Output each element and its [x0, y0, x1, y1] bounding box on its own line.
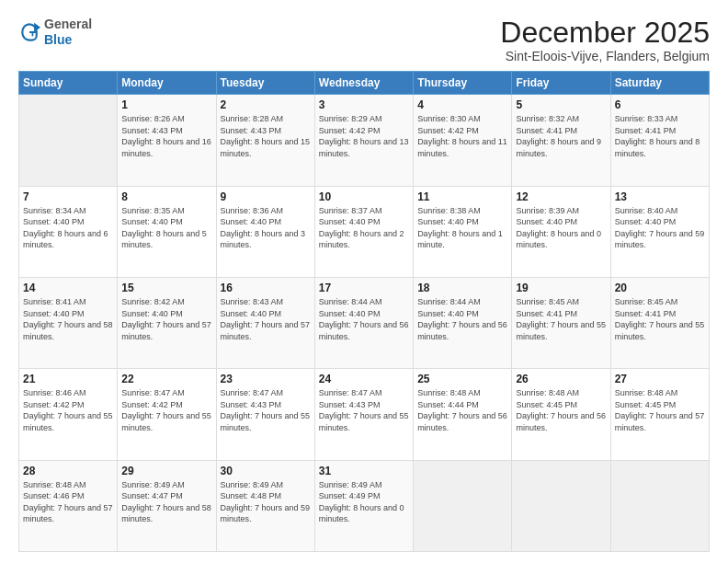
calendar-cell: 14Sunrise: 8:41 AMSunset: 4:40 PMDayligh… [19, 277, 118, 368]
day-number: 12 [516, 190, 606, 203]
day-number: 20 [615, 282, 705, 294]
day-number: 28 [23, 465, 113, 477]
day-number: 10 [319, 190, 409, 203]
day-number: 23 [221, 373, 311, 385]
calendar-cell: 15Sunrise: 8:42 AMSunset: 4:40 PMDayligh… [118, 277, 216, 368]
cell-info: Sunrise: 8:35 AMSunset: 4:40 PMDaylight:… [121, 205, 211, 251]
calendar-cell: 1Sunrise: 8:26 AMSunset: 4:43 PMDaylight… [118, 95, 216, 186]
day-number: 29 [121, 465, 211, 477]
cell-info: Sunrise: 8:41 AMSunset: 4:40 PMDaylight:… [23, 296, 113, 342]
cell-info: Sunrise: 8:33 AMSunset: 4:41 PMDaylight:… [615, 113, 705, 159]
cell-info: Sunrise: 8:36 AMSunset: 4:40 PMDaylight:… [221, 205, 311, 251]
calendar-cell: 2Sunrise: 8:28 AMSunset: 4:43 PMDaylight… [216, 95, 314, 186]
cell-info: Sunrise: 8:28 AMSunset: 4:43 PMDaylight:… [221, 113, 311, 159]
calendar-cell: 26Sunrise: 8:48 AMSunset: 4:45 PMDayligh… [512, 369, 610, 460]
calendar-cell [19, 95, 118, 186]
calendar-cell: 9Sunrise: 8:36 AMSunset: 4:40 PMDaylight… [216, 186, 314, 277]
calendar-cell [610, 460, 709, 551]
calendar-cell: 31Sunrise: 8:49 AMSunset: 4:49 PMDayligh… [314, 460, 413, 551]
cell-info: Sunrise: 8:45 AMSunset: 4:41 PMDaylight:… [615, 296, 705, 342]
calendar-cell: 24Sunrise: 8:47 AMSunset: 4:43 PMDayligh… [314, 369, 413, 460]
day-number: 1 [121, 98, 211, 111]
cell-info: Sunrise: 8:30 AMSunset: 4:42 PMDaylight:… [417, 113, 507, 159]
header: General Blue December 2025 Sint-Eloois-V… [18, 17, 710, 63]
cell-info: Sunrise: 8:38 AMSunset: 4:40 PMDaylight:… [417, 205, 507, 251]
cell-info: Sunrise: 8:49 AMSunset: 4:47 PMDaylight:… [121, 479, 211, 525]
cell-info: Sunrise: 8:49 AMSunset: 4:48 PMDaylight:… [221, 479, 311, 525]
title-block: December 2025 Sint-Eloois-Vijve, Flander… [500, 17, 710, 63]
calendar-weekday-saturday: Saturday [610, 72, 709, 95]
calendar-weekday-thursday: Thursday [414, 72, 512, 95]
calendar-weekday-sunday: Sunday [19, 72, 118, 95]
day-number: 11 [417, 190, 507, 203]
calendar-cell: 3Sunrise: 8:29 AMSunset: 4:42 PMDaylight… [314, 95, 413, 186]
day-number: 2 [221, 98, 311, 111]
calendar-cell: 7Sunrise: 8:34 AMSunset: 4:40 PMDaylight… [19, 186, 118, 277]
cell-info: Sunrise: 8:49 AMSunset: 4:49 PMDaylight:… [319, 479, 409, 525]
calendar-weekday-friday: Friday [512, 72, 610, 95]
calendar-weekday-tuesday: Tuesday [216, 72, 314, 95]
day-number: 24 [319, 373, 409, 385]
calendar-cell [414, 460, 512, 551]
day-number: 5 [516, 98, 606, 111]
cell-info: Sunrise: 8:32 AMSunset: 4:41 PMDaylight:… [516, 113, 606, 159]
calendar-cell: 8Sunrise: 8:35 AMSunset: 4:40 PMDaylight… [118, 186, 216, 277]
calendar-cell: 16Sunrise: 8:43 AMSunset: 4:40 PMDayligh… [216, 277, 314, 368]
day-number: 15 [121, 282, 211, 294]
calendar-cell: 18Sunrise: 8:44 AMSunset: 4:40 PMDayligh… [414, 277, 512, 368]
day-number: 3 [319, 98, 409, 111]
calendar-weekday-wednesday: Wednesday [314, 72, 413, 95]
day-number: 17 [319, 282, 409, 294]
calendar-cell: 5Sunrise: 8:32 AMSunset: 4:41 PMDaylight… [512, 95, 610, 186]
calendar-cell: 13Sunrise: 8:40 AMSunset: 4:40 PMDayligh… [610, 186, 709, 277]
day-number: 18 [417, 282, 507, 294]
calendar-cell: 22Sunrise: 8:47 AMSunset: 4:42 PMDayligh… [118, 369, 216, 460]
day-number: 14 [23, 282, 113, 294]
day-number: 6 [615, 98, 705, 111]
day-number: 31 [319, 465, 409, 477]
cell-info: Sunrise: 8:48 AMSunset: 4:45 PMDaylight:… [516, 387, 606, 433]
logo-text: General Blue [44, 17, 92, 48]
calendar-cell: 19Sunrise: 8:45 AMSunset: 4:41 PMDayligh… [512, 277, 610, 368]
location-title: Sint-Eloois-Vijve, Flanders, Belgium [500, 49, 710, 63]
calendar-header-row: SundayMondayTuesdayWednesdayThursdayFrid… [19, 72, 710, 95]
calendar-week-row: 28Sunrise: 8:48 AMSunset: 4:46 PMDayligh… [19, 460, 710, 551]
day-number: 8 [121, 190, 211, 203]
cell-info: Sunrise: 8:34 AMSunset: 4:40 PMDaylight:… [23, 205, 113, 251]
day-number: 19 [516, 282, 606, 294]
calendar-cell: 27Sunrise: 8:48 AMSunset: 4:45 PMDayligh… [610, 369, 709, 460]
calendar-weekday-monday: Monday [118, 72, 216, 95]
calendar-cell: 25Sunrise: 8:48 AMSunset: 4:44 PMDayligh… [414, 369, 512, 460]
calendar-table: SundayMondayTuesdayWednesdayThursdayFrid… [18, 71, 710, 552]
page: General Blue December 2025 Sint-Eloois-V… [0, 0, 728, 563]
cell-info: Sunrise: 8:43 AMSunset: 4:40 PMDaylight:… [221, 296, 311, 342]
cell-info: Sunrise: 8:44 AMSunset: 4:40 PMDaylight:… [319, 296, 409, 342]
calendar-cell [512, 460, 610, 551]
day-number: 9 [221, 190, 311, 203]
day-number: 7 [23, 190, 113, 203]
calendar-cell: 28Sunrise: 8:48 AMSunset: 4:46 PMDayligh… [19, 460, 118, 551]
cell-info: Sunrise: 8:47 AMSunset: 4:43 PMDaylight:… [319, 387, 409, 433]
day-number: 22 [121, 373, 211, 385]
logo-general-text: General [44, 17, 92, 31]
calendar-cell: 21Sunrise: 8:46 AMSunset: 4:42 PMDayligh… [19, 369, 118, 460]
calendar-cell: 10Sunrise: 8:37 AMSunset: 4:40 PMDayligh… [314, 186, 413, 277]
logo-icon [18, 21, 40, 43]
calendar-cell: 20Sunrise: 8:45 AMSunset: 4:41 PMDayligh… [610, 277, 709, 368]
cell-info: Sunrise: 8:48 AMSunset: 4:45 PMDaylight:… [615, 387, 705, 433]
logo-blue-text: Blue [44, 32, 72, 47]
calendar-cell: 29Sunrise: 8:49 AMSunset: 4:47 PMDayligh… [118, 460, 216, 551]
calendar-cell: 4Sunrise: 8:30 AMSunset: 4:42 PMDaylight… [414, 95, 512, 186]
cell-info: Sunrise: 8:39 AMSunset: 4:40 PMDaylight:… [516, 205, 606, 251]
cell-info: Sunrise: 8:26 AMSunset: 4:43 PMDaylight:… [121, 113, 211, 159]
calendar-week-row: 14Sunrise: 8:41 AMSunset: 4:40 PMDayligh… [19, 277, 710, 368]
cell-info: Sunrise: 8:29 AMSunset: 4:42 PMDaylight:… [319, 113, 409, 159]
calendar-cell: 17Sunrise: 8:44 AMSunset: 4:40 PMDayligh… [314, 277, 413, 368]
day-number: 26 [516, 373, 606, 385]
day-number: 25 [417, 373, 507, 385]
calendar-cell: 6Sunrise: 8:33 AMSunset: 4:41 PMDaylight… [610, 95, 709, 186]
cell-info: Sunrise: 8:40 AMSunset: 4:40 PMDaylight:… [615, 205, 705, 251]
day-number: 16 [221, 282, 311, 294]
day-number: 4 [417, 98, 507, 111]
cell-info: Sunrise: 8:48 AMSunset: 4:44 PMDaylight:… [417, 387, 507, 433]
